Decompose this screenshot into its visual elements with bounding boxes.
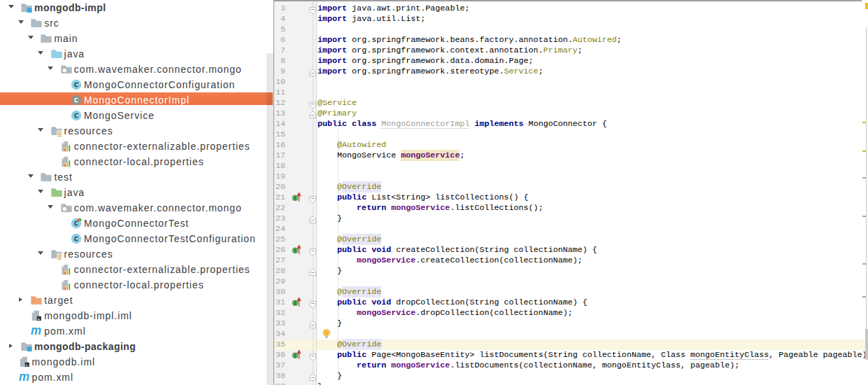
svg-text:m: m [31, 326, 41, 337]
svg-text:m: m [19, 372, 29, 383]
